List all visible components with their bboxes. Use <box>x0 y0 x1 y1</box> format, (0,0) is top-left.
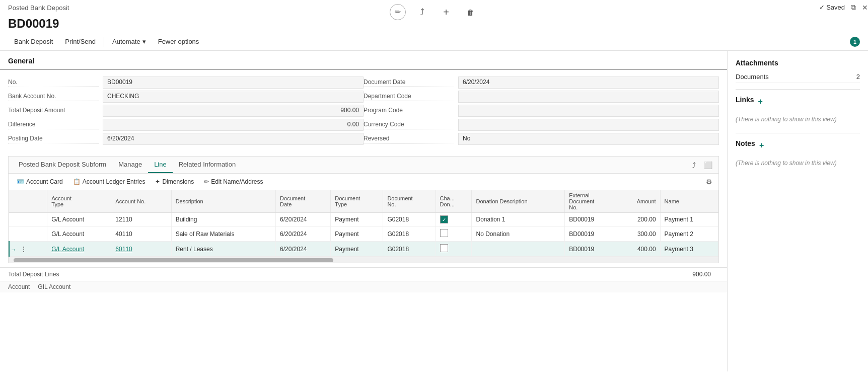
cell-donation-desc[interactable] <box>472 242 565 257</box>
cell-doc-date[interactable]: 6/20/2024 <box>276 213 331 226</box>
cell-charity-don[interactable] <box>436 242 472 257</box>
table-row[interactable]: G/L Account 12110 Building 6/20/2024 Pay… <box>9 213 718 226</box>
tab-line[interactable]: Line <box>148 157 173 173</box>
table-row[interactable]: G/L Account 40110 Sale of Raw Materials … <box>9 226 718 242</box>
col-doc-type[interactable]: DocumentType <box>331 190 383 213</box>
cell-charity-don[interactable]: ✓ <box>436 213 472 226</box>
main-layout: General No. BD00019 Bank Account No. CHE… <box>0 51 868 371</box>
row-indicator <box>9 213 47 226</box>
cell-amount[interactable]: 300.00 <box>617 226 660 242</box>
cell-account-type[interactable]: G/L Account <box>47 242 111 257</box>
delete-button[interactable]: 🗑 <box>462 4 478 20</box>
edit-button[interactable]: ✏ <box>390 4 406 20</box>
horizontal-scrollbar[interactable] <box>9 257 718 263</box>
cell-name[interactable]: Payment 2 <box>660 226 718 242</box>
cell-description[interactable]: Sale of Raw Materials <box>171 226 275 242</box>
col-doc-date[interactable]: DocumentDate <box>276 190 331 213</box>
field-value-document-date[interactable]: 6/20/2024 <box>458 77 719 89</box>
cell-doc-no[interactable]: G02018 <box>383 242 436 257</box>
notes-add-button[interactable]: + <box>759 141 764 149</box>
col-account-type[interactable]: AccountType <box>47 190 111 213</box>
share-button[interactable]: ⤴ <box>414 4 430 20</box>
page-header: Posted Bank Deposit ✏ ⤴ + 🗑 ✓ Saved ⧉ ✕ <box>0 0 868 13</box>
cell-account-no[interactable]: 60110 <box>111 242 171 257</box>
notes-title: Notes <box>736 139 755 147</box>
col-ext-doc[interactable]: ExternalDocumentNo. <box>565 190 617 213</box>
tab-manage[interactable]: Manage <box>112 157 148 173</box>
field-value-department-code[interactable] <box>458 91 719 103</box>
cell-description[interactable]: Building <box>171 213 275 226</box>
notification-badge[interactable]: 1 <box>850 37 860 47</box>
cell-account-type[interactable]: G/L Account <box>47 226 111 242</box>
share-subform-button[interactable]: ⤴ <box>690 159 698 171</box>
add-button[interactable]: + <box>438 4 454 20</box>
dimensions-button[interactable]: ✦ Dimensions <box>151 176 198 187</box>
fewer-options-button[interactable]: Fewer options <box>152 35 205 48</box>
cell-charity-don[interactable] <box>436 226 472 242</box>
col-charity-don[interactable]: Cha...Don... <box>436 190 472 213</box>
cell-amount[interactable]: 400.00 <box>617 242 660 257</box>
cell-name[interactable]: Payment 3 <box>660 242 718 257</box>
gl-account-link[interactable]: G/L Account <box>51 246 84 253</box>
page-title: Posted Bank Deposit <box>8 4 69 12</box>
col-description[interactable]: Description <box>171 190 275 213</box>
col-name[interactable]: Name <box>660 190 718 213</box>
checkbox-unchecked[interactable] <box>440 229 448 237</box>
col-donation-desc[interactable]: Donation Description <box>472 190 565 213</box>
links-add-button[interactable]: + <box>758 98 763 106</box>
col-account-no[interactable]: Account No. <box>111 190 171 213</box>
cell-ext-doc[interactable]: BD00019 <box>565 242 617 257</box>
cell-account-no[interactable]: 12110 <box>111 213 171 226</box>
field-value-currency-code[interactable] <box>458 119 719 131</box>
subform-header-right: ⤴ ⬜ <box>690 159 714 171</box>
field-value-no[interactable]: BD00019 <box>103 77 364 89</box>
expand-button[interactable]: ⧉ <box>851 3 856 12</box>
checkbox-checked[interactable]: ✓ <box>440 215 448 223</box>
main-content: General No. BD00019 Bank Account No. CHE… <box>0 51 727 371</box>
field-value-program-code[interactable] <box>458 105 719 117</box>
cell-doc-date[interactable]: 6/20/2024 <box>276 226 331 242</box>
cell-donation-desc[interactable]: No Donation <box>472 226 565 242</box>
field-value-bank-account[interactable]: CHECKING <box>103 91 364 103</box>
cell-ext-doc[interactable]: BD00019 <box>565 226 617 242</box>
scrollbar-thumb[interactable] <box>14 258 333 262</box>
documents-row[interactable]: Documents 2 <box>736 71 860 83</box>
tab-related-information[interactable]: Related Information <box>173 157 242 173</box>
expand-subform-button[interactable]: ⬜ <box>702 159 714 171</box>
cell-ext-doc[interactable]: BD00019 <box>565 213 617 226</box>
col-amount[interactable]: Amount <box>617 190 660 213</box>
col-doc-no[interactable]: DocumentNo. <box>383 190 436 213</box>
cell-doc-no[interactable]: G02018 <box>383 226 436 242</box>
table-row[interactable]: → ⋮ G/L Account 60110 Rent / Leases 6/20… <box>9 242 718 257</box>
cell-doc-type[interactable]: Payment <box>331 242 383 257</box>
cell-doc-no[interactable]: G02018 <box>383 213 436 226</box>
print-send-button[interactable]: Print/Send <box>59 35 102 48</box>
field-program-code: Program Code <box>364 104 719 118</box>
field-value-reversed[interactable]: No <box>458 133 719 145</box>
cell-account-no[interactable]: 40110 <box>111 226 171 242</box>
edit-name-address-button[interactable]: ✏ Edit Name/Address <box>200 176 267 187</box>
cell-doc-date[interactable]: 6/20/2024 <box>276 242 331 257</box>
cell-name[interactable]: Payment 1 <box>660 213 718 226</box>
field-value-total-deposit[interactable]: 900.00 <box>103 105 364 117</box>
attachments-title: Attachments <box>736 59 860 67</box>
field-label-reversed: Reversed <box>364 135 454 143</box>
cell-doc-type[interactable]: Payment <box>331 226 383 242</box>
bank-deposit-button[interactable]: Bank Deposit <box>8 35 59 48</box>
account-ledger-entries-button[interactable]: 📋 Account Ledger Entries <box>69 176 150 187</box>
cell-doc-type[interactable]: Payment <box>331 213 383 226</box>
settings-icon-button[interactable]: ⚙ <box>704 176 714 188</box>
tab-posted-bank-deposit-subform[interactable]: Posted Bank Deposit Subform <box>13 157 112 173</box>
row-menu-button[interactable]: ⋮ <box>18 245 29 253</box>
automate-button[interactable]: Automate ▾ <box>106 35 152 48</box>
cell-amount[interactable]: 200.00 <box>617 213 660 226</box>
account-card-button[interactable]: 🪪 Account Card <box>13 176 67 187</box>
field-value-posting-date[interactable]: 6/20/2024 <box>103 133 364 145</box>
collapse-button[interactable]: ✕ <box>862 4 868 12</box>
account-no-link[interactable]: 60110 <box>115 246 132 253</box>
field-value-difference[interactable]: 0.00 <box>103 119 364 131</box>
cell-account-type[interactable]: G/L Account <box>47 213 111 226</box>
checkbox-unchecked[interactable] <box>440 244 448 252</box>
cell-description[interactable]: Rent / Leases <box>171 242 275 257</box>
cell-donation-desc[interactable]: Donation 1 <box>472 213 565 226</box>
